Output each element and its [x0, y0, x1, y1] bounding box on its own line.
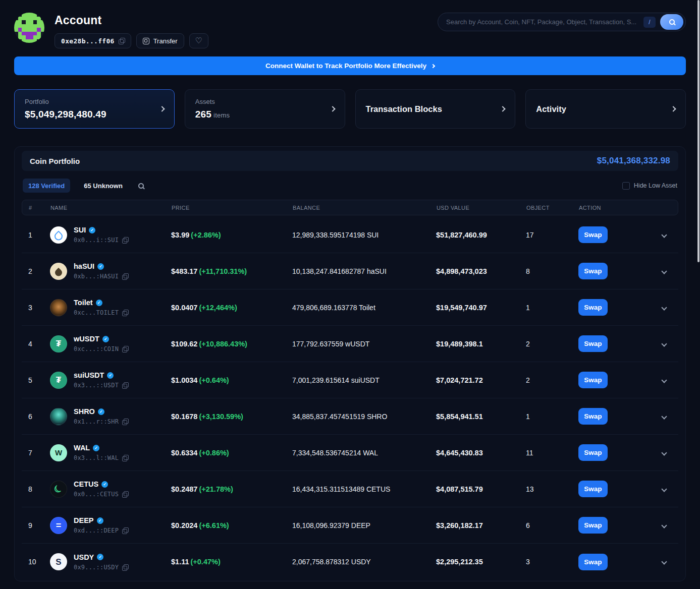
scrollbar[interactable]: [697, 0, 699, 262]
card-transaction-blocks[interactable]: Transaction Blocks: [355, 89, 516, 129]
copy-icon[interactable]: [122, 491, 128, 497]
coin-object-count[interactable]: 3: [526, 558, 578, 566]
chevron-down-icon[interactable]: [661, 341, 667, 346]
coin-name[interactable]: Toilet: [74, 299, 93, 307]
copy-icon[interactable]: [122, 273, 128, 279]
coin-name[interactable]: SHRO: [74, 407, 95, 416]
swap-button[interactable]: Swap: [578, 226, 608, 243]
chevron-down-icon[interactable]: [661, 305, 667, 310]
account-address-chip[interactable]: 0xe28b...ff06: [55, 33, 131, 48]
col-usd-value: USD VALUE: [437, 205, 526, 211]
verified-icon: [107, 372, 114, 379]
tab-unknown[interactable]: 65 Unknown: [78, 179, 128, 193]
coin-address[interactable]: 0xb...:HASUI: [74, 273, 119, 280]
coin-object-count[interactable]: 1: [526, 304, 578, 312]
chevron-right-icon: [670, 106, 676, 111]
copy-icon[interactable]: [119, 38, 125, 44]
coin-balance: 7,334,548.536745214 WAL: [292, 449, 436, 457]
copy-icon[interactable]: [122, 419, 128, 425]
chevron-down-icon[interactable]: [661, 450, 667, 455]
coin-object-count[interactable]: 2: [526, 376, 578, 384]
coin-address[interactable]: 0xd...::DEEP: [74, 527, 119, 534]
coin-object-count[interactable]: 13: [526, 485, 578, 493]
swap-button[interactable]: Swap: [578, 517, 608, 534]
section-title: Coin Portfolio: [30, 157, 80, 165]
verified-icon: [89, 227, 95, 233]
table-row: 6 SHRO 0x1...r::SHR $0.1678(+3,130.59%) …: [22, 398, 678, 435]
card-portfolio[interactable]: Portfolio $5,049,298,480.49: [14, 89, 175, 129]
search-button[interactable]: [660, 14, 683, 30]
chevron-down-icon[interactable]: [661, 268, 667, 274]
coin-icon: S: [50, 553, 67, 570]
portfolio-value: $5,049,298,480.49: [25, 109, 106, 120]
coin-name[interactable]: suiUSDT: [74, 371, 104, 379]
coin-name[interactable]: USDY: [74, 553, 94, 561]
copy-icon[interactable]: [122, 382, 128, 388]
coin-price: $0.1678: [171, 413, 197, 421]
coin-address[interactable]: 0x1...r::SHR: [74, 418, 119, 425]
coin-change: (+21.78%): [199, 485, 233, 493]
connect-wallet-banner[interactable]: Connect Wallet to Track Portfolio More E…: [14, 56, 686, 75]
swap-button[interactable]: Swap: [578, 481, 608, 497]
swap-button[interactable]: Swap: [578, 408, 608, 425]
coin-address[interactable]: 0x3...::USDT: [74, 382, 119, 389]
coin-address[interactable]: 0x9...::USDY: [74, 564, 119, 571]
chevron-down-icon[interactable]: [661, 486, 667, 492]
avatar: [14, 13, 44, 43]
coin-object-count[interactable]: 8: [526, 267, 578, 275]
search-input[interactable]: Search by Account, Coin, NFT, Package, O…: [446, 18, 639, 26]
copy-icon[interactable]: [122, 237, 128, 243]
search-bar[interactable]: Search by Account, Coin, NFT, Package, O…: [438, 13, 686, 31]
table-search-icon[interactable]: [138, 183, 144, 189]
coin-object-count[interactable]: 2: [526, 340, 578, 348]
swap-button[interactable]: Swap: [578, 263, 608, 279]
coin-name[interactable]: haSUI: [74, 262, 94, 270]
coin-name[interactable]: wUSDT: [74, 335, 99, 343]
card-assets[interactable]: Assets 265items: [185, 89, 345, 129]
coin-object-count[interactable]: 6: [526, 521, 578, 529]
col-action: ACTION: [579, 205, 678, 211]
chevron-down-icon[interactable]: [661, 414, 667, 419]
coin-name[interactable]: WAL: [74, 444, 90, 452]
coin-address[interactable]: 0x0...i::SUI: [74, 237, 119, 244]
coin-usd-value: $4,087,515.79: [436, 485, 526, 493]
verified-icon: [96, 300, 102, 306]
chevron-down-icon[interactable]: [661, 377, 667, 383]
coin-name[interactable]: CETUS: [74, 480, 98, 488]
col-price: PRICE: [172, 205, 293, 211]
coin-balance: 34,885,837.457451519 SHRO: [292, 413, 436, 421]
copy-icon[interactable]: [122, 527, 128, 534]
swap-button[interactable]: Swap: [578, 444, 608, 461]
coin-address[interactable]: 0x0...:CETUS: [74, 491, 119, 498]
coin-price: $0.2487: [171, 485, 197, 493]
chevron-down-icon[interactable]: [661, 559, 667, 564]
verified-icon: [101, 481, 108, 488]
copy-icon[interactable]: [122, 310, 128, 316]
swap-button[interactable]: Swap: [578, 554, 608, 570]
tab-verified[interactable]: 128 Verified: [23, 179, 70, 193]
swap-button[interactable]: Swap: [578, 299, 608, 316]
card-activity[interactable]: Activity: [525, 89, 686, 129]
swap-button[interactable]: Swap: [578, 372, 608, 388]
coin-name[interactable]: SUI: [74, 226, 86, 234]
chevron-down-icon[interactable]: [661, 522, 667, 528]
transfer-button[interactable]: Transfer: [136, 33, 184, 48]
coin-name[interactable]: DEEP: [74, 516, 94, 524]
copy-icon[interactable]: [122, 455, 128, 461]
hide-low-asset-checkbox[interactable]: [622, 182, 630, 190]
coin-change: (+0.47%): [191, 558, 221, 566]
table-row: 3 Toilet 0xc...TOILET $0.0407(+12,464%) …: [22, 289, 678, 326]
coin-object-count[interactable]: 1: [526, 413, 578, 421]
coin-address[interactable]: 0xc...::COIN: [74, 345, 119, 352]
chevron-down-icon[interactable]: [661, 232, 667, 238]
col-balance: BALANCE: [293, 205, 437, 211]
coin-object-count[interactable]: 17: [526, 231, 578, 239]
swap-button[interactable]: Swap: [578, 335, 608, 352]
copy-icon[interactable]: [122, 346, 128, 352]
coin-address[interactable]: 0x3...l::WAL: [74, 454, 119, 461]
coin-object-count[interactable]: 11: [526, 449, 578, 457]
coin-address[interactable]: 0xc...TOILET: [74, 309, 119, 316]
favorite-button[interactable]: [189, 33, 208, 48]
coin-price: $0.2024: [171, 521, 197, 529]
copy-icon[interactable]: [122, 564, 128, 570]
